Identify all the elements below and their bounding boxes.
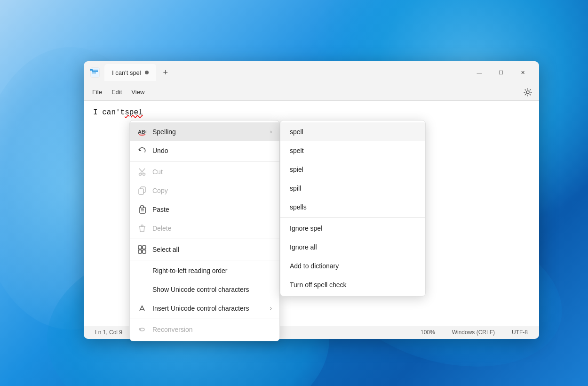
select-all-icon: [137, 245, 147, 254]
ctx-rtl-label: Right-to-left reading order: [152, 267, 228, 274]
ctx-paste-label: Paste: [152, 206, 272, 213]
svg-rect-23: [143, 250, 146, 253]
svg-rect-14: [139, 189, 143, 194]
context-menu: ABC Spelling › Undo Cut: [129, 120, 280, 341]
svg-rect-20: [138, 246, 142, 249]
delete-icon: [137, 224, 147, 233]
spell-divider: [280, 217, 425, 218]
ctx-unicode-show[interactable]: Show Unicode control characters: [130, 280, 279, 299]
window-controls: — ☐ ✕: [469, 65, 533, 80]
svg-point-6: [526, 91, 529, 94]
ctx-divider-2: [130, 239, 279, 239]
ctx-select-all[interactable]: Select all: [130, 240, 279, 259]
undo-icon: [137, 146, 147, 155]
spelling-submenu: spell spelt spiel spill spells Ignore sp…: [280, 120, 426, 297]
ctx-divider-3: [130, 260, 279, 260]
menu-edit[interactable]: Edit: [107, 87, 127, 97]
spelling-suggestion-spells[interactable]: spells: [280, 198, 425, 217]
ctx-cut[interactable]: Cut: [130, 162, 279, 181]
ctx-unicode-insert-label: Insert Unicode control characters: [152, 305, 264, 312]
spelling-ignore-spel[interactable]: Ignore spel: [280, 219, 425, 238]
menu-file[interactable]: File: [87, 87, 107, 97]
ctx-unicode-insert[interactable]: Insert Unicode control characters ›: [130, 299, 279, 318]
spelling-suggestion-spiel[interactable]: spiel: [280, 160, 425, 179]
svg-rect-22: [138, 250, 142, 253]
tab-unsaved-dot: [145, 71, 149, 74]
ctx-reconversion[interactable]: Reconversion: [130, 320, 279, 339]
ctx-copy[interactable]: Copy: [130, 181, 279, 200]
minimize-button[interactable]: —: [469, 65, 490, 80]
spelling-suggestion-spelt[interactable]: spelt: [280, 141, 425, 160]
editor-normal-text: I can't: [93, 108, 125, 117]
ctx-unicode-show-label: Show Unicode control characters: [152, 286, 249, 293]
reconversion-icon: [137, 325, 147, 334]
ctx-undo[interactable]: Undo: [130, 141, 279, 160]
ctx-rtl[interactable]: Right-to-left reading order: [130, 261, 279, 280]
title-bar: I can't spel + — ☐ ✕: [84, 61, 539, 84]
line-ending: Windows (CRLF): [448, 329, 499, 336]
new-tab-button[interactable]: +: [158, 65, 173, 80]
ctx-select-all-label: Select all: [152, 246, 272, 253]
settings-button[interactable]: [520, 85, 535, 100]
maximize-button[interactable]: ☐: [490, 65, 512, 80]
zoom-level: 100%: [417, 329, 439, 336]
unicode-insert-icon: [137, 304, 147, 313]
ctx-reconversion-label: Reconversion: [152, 326, 272, 333]
editor-content: I can't spel: [93, 108, 530, 117]
svg-line-11: [142, 169, 145, 172]
app-icon: [89, 67, 101, 78]
spelling-add-dictionary[interactable]: Add to dictionary: [280, 257, 425, 275]
ctx-divider-1: [130, 161, 279, 161]
spelling-turn-off[interactable]: Turn off spell check: [280, 275, 425, 294]
ctx-undo-label: Undo: [152, 147, 272, 154]
ctx-paste[interactable]: Paste: [130, 200, 279, 219]
encoding: UTF-8: [508, 329, 532, 336]
copy-icon: [137, 186, 147, 195]
ctx-spelling[interactable]: ABC Spelling ›: [130, 122, 279, 141]
svg-rect-21: [143, 246, 146, 249]
svg-line-10: [139, 169, 142, 172]
ctx-cut-label: Cut: [152, 168, 272, 176]
spelling-suggestion-spill[interactable]: spill: [280, 179, 425, 198]
ctx-delete[interactable]: Delete: [130, 219, 279, 238]
menu-bar: File Edit View: [84, 84, 539, 101]
editor-misspelled-text: spel: [125, 108, 143, 117]
tab-bar: I can't spel +: [104, 64, 469, 81]
tab-title: I can't spel: [112, 69, 141, 76]
active-tab[interactable]: I can't spel: [104, 64, 156, 81]
cut-icon: [137, 167, 147, 177]
ctx-copy-label: Copy: [152, 187, 272, 194]
svg-rect-19: [141, 225, 143, 226]
ctx-spelling-label: Spelling: [152, 128, 264, 136]
spelling-arrow: ›: [270, 129, 272, 135]
ctx-delete-label: Delete: [152, 225, 272, 232]
ctx-divider-4: [130, 319, 279, 319]
svg-rect-16: [141, 206, 143, 208]
close-button[interactable]: ✕: [512, 65, 533, 80]
unicode-insert-arrow: ›: [270, 305, 272, 312]
spelling-icon: ABC: [137, 127, 147, 137]
paste-icon: [137, 205, 147, 214]
spelling-ignore-all[interactable]: Ignore all: [280, 238, 425, 257]
cursor-position: Ln 1, Col 9: [91, 329, 126, 336]
menu-view[interactable]: View: [127, 87, 149, 97]
spelling-suggestion-spell[interactable]: spell: [280, 122, 425, 141]
svg-text:ABC: ABC: [138, 129, 146, 135]
